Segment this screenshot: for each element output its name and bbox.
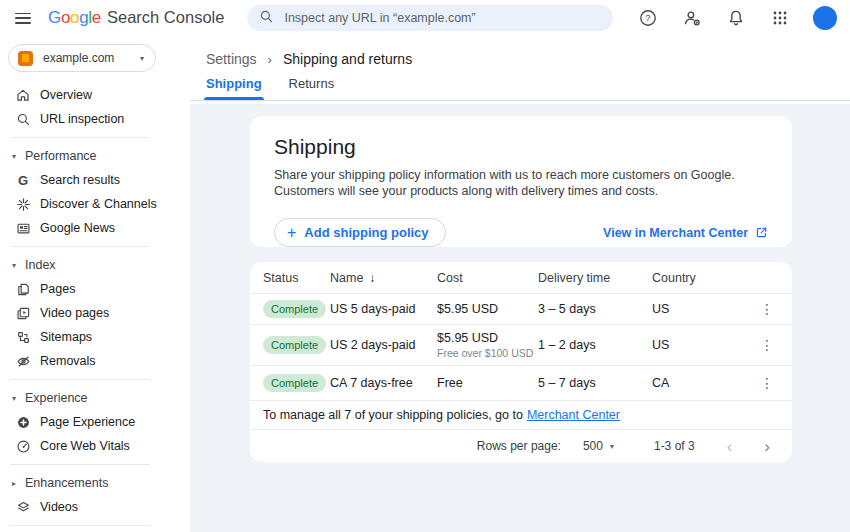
column-header-status[interactable]: Status	[263, 271, 330, 285]
sidebar-item-page-experience[interactable]: Page Experience	[0, 410, 190, 434]
table-row: Complete US 5 days-paid $5.95 USD 3 – 5 …	[250, 293, 792, 324]
user-settings-icon[interactable]	[683, 9, 701, 27]
help-icon[interactable]: ?	[639, 9, 657, 27]
tab-shipping[interactable]: Shipping	[206, 76, 262, 100]
sidebar-section-performance[interactable]: ▾ Performance	[0, 144, 190, 168]
column-header-country[interactable]: Country	[652, 271, 754, 285]
previous-page-button[interactable]: ‹	[727, 438, 733, 455]
search-icon	[259, 9, 274, 28]
sidebar-item-sitemaps[interactable]: Sitemaps	[0, 325, 190, 349]
breadcrumb-settings[interactable]: Settings	[206, 51, 257, 67]
news-icon	[15, 220, 31, 236]
hamburger-icon[interactable]	[15, 13, 31, 24]
row-menu-kebab-icon[interactable]: ⋮	[754, 337, 780, 353]
chevron-down-icon: ▾	[12, 152, 22, 161]
sidebar-item-discover-channels[interactable]: Discover & Channels	[0, 192, 190, 216]
shipping-policies-table: Status Name↓ Cost Delivery time Country …	[250, 262, 792, 462]
next-page-button[interactable]: ›	[764, 438, 770, 455]
tab-returns[interactable]: Returns	[289, 76, 335, 100]
sidebar-item-pages[interactable]: Pages	[0, 277, 190, 301]
view-in-merchant-center-link[interactable]: View in Merchant Center	[603, 226, 768, 240]
videos-layers-icon	[15, 499, 31, 515]
video-pages-icon	[15, 305, 31, 321]
tabbar: Shipping Returns	[190, 76, 850, 101]
sidebar-item-label: URL inspection	[40, 112, 124, 126]
sidebar-section-label: Enhancements	[25, 476, 108, 490]
chevron-right-icon: ›	[268, 52, 272, 67]
sitemaps-icon	[15, 329, 31, 345]
sidebar-item-overview[interactable]: Overview	[0, 83, 190, 107]
policy-delivery-time: 1 – 2 days	[538, 338, 652, 352]
sidebar-item-label: Videos	[40, 500, 78, 514]
divider	[10, 464, 150, 465]
sidebar-item-label: Discover & Channels	[40, 197, 157, 211]
add-shipping-policy-button[interactable]: + Add shipping policy	[274, 218, 446, 247]
content-area: Shipping Share your shipping policy info…	[190, 104, 850, 532]
avatar[interactable]	[813, 6, 837, 30]
column-header-name[interactable]: Name↓	[330, 271, 437, 285]
url-inspect-searchbar[interactable]	[247, 5, 613, 31]
row-menu-kebab-icon[interactable]: ⋮	[754, 375, 780, 391]
discover-sparkle-icon	[15, 196, 31, 212]
breadcrumb: Settings › Shipping and returns	[190, 36, 850, 67]
sidebar-item-label: Sitemaps	[40, 330, 92, 344]
sidebar-section-label: Performance	[25, 149, 97, 163]
policy-country: US	[652, 338, 754, 352]
chevron-right-icon: ▸	[12, 479, 22, 488]
sidebar-nav: Overview URL inspection ▾ Performance G …	[0, 83, 190, 532]
sort-arrow-icon: ↓	[369, 271, 375, 285]
policy-delivery-time: 5 – 7 days	[538, 376, 652, 390]
url-inspection-icon	[15, 111, 31, 127]
home-icon	[15, 87, 31, 103]
sidebar-section-label: Index	[25, 258, 56, 272]
chevron-down-icon: ▾	[140, 54, 144, 63]
page-experience-icon	[15, 414, 31, 430]
policy-country: US	[652, 302, 754, 316]
removals-icon	[15, 353, 31, 369]
sidebar-item-search-results[interactable]: G Search results	[0, 168, 190, 192]
sidebar-item-label: Video pages	[40, 306, 109, 320]
notifications-icon[interactable]	[727, 9, 745, 27]
column-header-delivery-time[interactable]: Delivery time	[538, 271, 652, 285]
sidebar-item-removals[interactable]: Removals	[0, 349, 190, 373]
manage-policies-note: To manage all 7 of your shipping policie…	[250, 400, 792, 429]
column-header-cost[interactable]: Cost	[437, 271, 538, 285]
sidebar-item-core-web-vitals[interactable]: Core Web Vitals	[0, 434, 190, 458]
sidebar-item-label: Overview	[40, 88, 92, 102]
row-menu-kebab-icon[interactable]: ⋮	[754, 301, 780, 317]
top-app-bar: Google Search Console ?	[0, 0, 850, 36]
rows-per-page-select[interactable]: 500 ▾	[583, 439, 614, 453]
sidebar-item-videos[interactable]: Videos	[0, 495, 190, 519]
status-badge: Complete	[263, 300, 326, 318]
sidebar-item-google-news[interactable]: Google News	[0, 216, 190, 240]
app-logo[interactable]: Google Search Console	[48, 8, 224, 28]
sidebar-item-label: Search results	[40, 173, 120, 187]
logo-letter: g	[79, 8, 88, 28]
policy-cost: $5.95 USD	[437, 302, 538, 316]
policy-name: US 2 days-paid	[330, 338, 437, 352]
sidebar-section-experience[interactable]: ▾ Experience	[0, 386, 190, 410]
core-web-vitals-icon	[15, 438, 31, 454]
rows-per-page-label: Rows per page:	[477, 439, 561, 453]
merchant-center-link[interactable]: Merchant Center	[527, 408, 620, 422]
svg-text:?: ?	[645, 12, 650, 23]
product-name: Search Console	[107, 8, 224, 27]
external-link-icon	[755, 226, 768, 239]
table-pagination: Rows per page: 500 ▾ 1-3 of 3 ‹ ›	[250, 429, 792, 462]
status-badge: Complete	[263, 336, 326, 354]
table-row: Complete CA 7 days-free Free 5 – 7 days …	[250, 365, 792, 400]
sidebar-section-enhancements[interactable]: ▸ Enhancements	[0, 471, 190, 495]
policy-name: CA 7 days-free	[330, 376, 437, 390]
property-selector[interactable]: example.com ▾	[8, 44, 156, 72]
sidebar-item-label: Core Web Vitals	[40, 439, 130, 453]
sidebar-item-url-inspection[interactable]: URL inspection	[0, 107, 190, 131]
card-description: Share your shipping policy information w…	[274, 168, 768, 199]
sidebar-section-index[interactable]: ▾ Index	[0, 253, 190, 277]
chevron-down-icon: ▾	[12, 261, 22, 270]
sidebar-item-video-pages[interactable]: Video pages	[0, 301, 190, 325]
cost-note: Free over $100 USD	[437, 347, 538, 359]
card-actions: + Add shipping policy View in Merchant C…	[274, 218, 768, 247]
search-input[interactable]	[284, 11, 601, 25]
apps-grid-icon[interactable]	[771, 9, 789, 27]
policy-country: CA	[652, 376, 754, 390]
